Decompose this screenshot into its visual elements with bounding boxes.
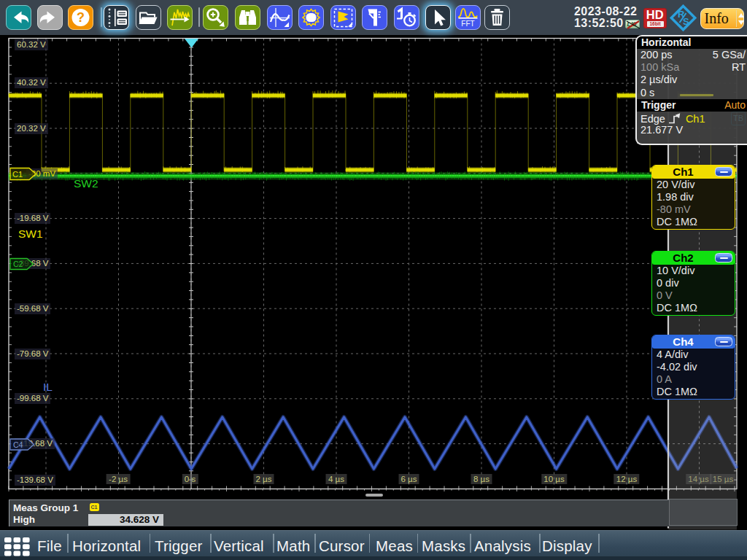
svg-text:FFT: FFT <box>461 20 474 28</box>
svg-text:S: S <box>683 16 689 27</box>
svg-text:C1: C1 <box>12 170 23 179</box>
svg-text:C2: C2 <box>13 260 23 268</box>
svg-text:?: ? <box>77 10 85 25</box>
svg-text:C4: C4 <box>13 440 23 449</box>
